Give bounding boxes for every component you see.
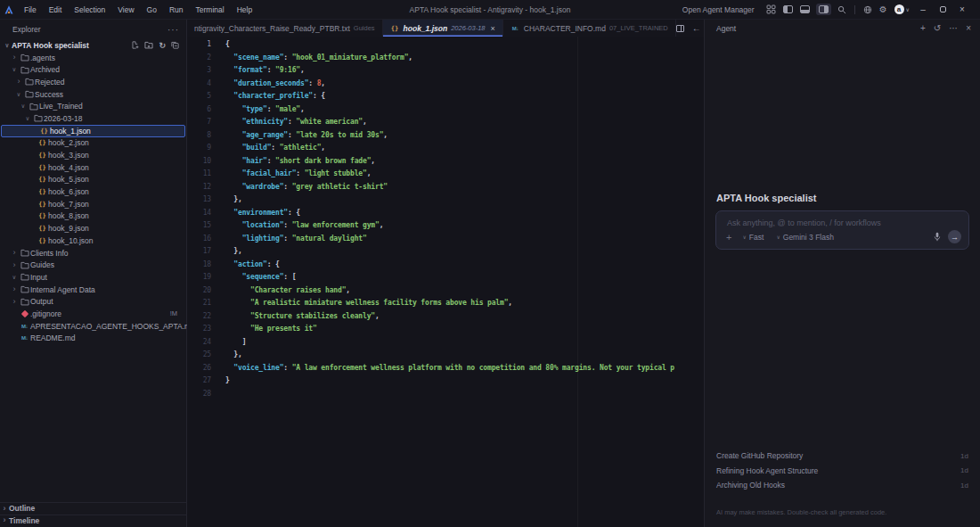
- toggle-secondary-sidebar-icon[interactable]: [816, 4, 831, 15]
- explorer-more-icon[interactable]: ···: [167, 25, 179, 35]
- send-icon[interactable]: →: [948, 230, 961, 243]
- tab-close-icon[interactable]: ×: [491, 24, 495, 33]
- history-item[interactable]: Create GitHub Repository1d: [716, 449, 968, 464]
- tree-item[interactable]: ∨Live_Trained: [0, 100, 186, 112]
- tree-item[interactable]: {}hook_8.json: [0, 210, 186, 223]
- folder-icon: [32, 114, 44, 122]
- history-icon[interactable]: ↺: [934, 24, 941, 33]
- model-selector[interactable]: ∨ Gemini 3 Flash: [774, 233, 834, 242]
- tree-item[interactable]: ›Internal Agent Data: [0, 284, 186, 296]
- code-line: 10 "hair": "short dark brown fade",: [187, 155, 704, 169]
- attach-plus-icon[interactable]: +: [726, 232, 731, 243]
- sidebar-section-timeline[interactable]: ›Timeline: [0, 515, 186, 527]
- tree-item[interactable]: {}hook_7.json: [0, 198, 186, 210]
- tree-item[interactable]: ∨Input: [0, 271, 186, 284]
- tree-item[interactable]: {}hook_3.json: [0, 149, 186, 161]
- code-editor[interactable]: 1{2 "scene_name": "hook_01_miniature_pla…: [187, 37, 704, 527]
- tree-item[interactable]: {}hook_10.json: [0, 235, 186, 247]
- code-line: 1{: [187, 38, 704, 52]
- code-line: 26 "voice_line": "A law enforcement well…: [187, 362, 704, 375]
- account-avatar[interactable]: a∨: [894, 4, 910, 14]
- tree-item[interactable]: ›Clients Info: [0, 247, 186, 259]
- editor-group: ntigravity_Characters_Raise_Ready_PTBR.t…: [187, 20, 704, 527]
- menu-edit[interactable]: Edit: [43, 5, 69, 14]
- gear-icon[interactable]: ⚙: [879, 5, 887, 14]
- minimize-button[interactable]: –: [913, 4, 933, 14]
- editor-tab[interactable]: ntigravity_Characters_Raise_Ready_PTBR.t…: [187, 20, 383, 37]
- tree-item-label: hook_10.json: [48, 236, 94, 245]
- tree-item[interactable]: ›.agents: [0, 52, 186, 64]
- tree-item[interactable]: .gitignore!M: [0, 308, 186, 320]
- new-folder-icon[interactable]: [144, 41, 153, 49]
- menu-bar: FileEditSelectionViewGoRunTerminalHelp: [18, 5, 258, 14]
- chat-input[interactable]: Ask anything, @ to mention, / for workfl…: [715, 210, 969, 250]
- editor-tab[interactable]: {}hook_1.json2026-03-18×: [383, 20, 503, 37]
- chevron-down-icon: ∨: [10, 274, 19, 281]
- agent-more-icon[interactable]: ⋯: [949, 24, 958, 33]
- chat-input-placeholder: Ask anything, @ to mention, / for workfl…: [727, 218, 881, 227]
- tree-item[interactable]: M↓README.md: [0, 333, 186, 345]
- tree-item[interactable]: ›Guides: [0, 259, 186, 271]
- menu-view[interactable]: View: [111, 5, 140, 14]
- tree-item[interactable]: ∨Archived: [0, 63, 186, 76]
- code-line: 19 "sequence": [: [187, 271, 704, 284]
- menu-run[interactable]: Run: [163, 5, 190, 14]
- sidebar-section-outline[interactable]: ›Outline: [0, 502, 186, 515]
- new-file-icon[interactable]: [131, 41, 139, 49]
- tree-root-folder[interactable]: ∨ APTA Hook specialist ↻: [0, 39, 186, 52]
- chevron-right-icon: ›: [10, 298, 19, 306]
- tab-bar: ntigravity_Characters_Raise_Ready_PTBR.t…: [187, 20, 704, 37]
- split-editor-icon[interactable]: [676, 25, 684, 32]
- collapse-all-icon[interactable]: [171, 41, 179, 49]
- close-button[interactable]: ×: [952, 4, 972, 14]
- menu-selection[interactable]: Selection: [68, 5, 111, 14]
- menu-help[interactable]: Help: [231, 5, 258, 14]
- folder-icon: [19, 298, 30, 306]
- tree-item[interactable]: M↓APRESENTACAO_AGENTE_HOOKS_APTA.md: [0, 320, 186, 333]
- search-icon[interactable]: [837, 5, 846, 14]
- tree-item-label: hook_6.json: [48, 187, 89, 196]
- tree-item[interactable]: ∨2026-03-18: [0, 112, 186, 125]
- toggle-sidebar-icon[interactable]: [783, 5, 793, 13]
- new-chat-icon[interactable]: +: [920, 24, 926, 33]
- json-file-icon: {}: [37, 212, 48, 219]
- tree-item[interactable]: {}hook_5.json: [0, 174, 186, 186]
- history-item[interactable]: Archiving Old Hooks1d: [716, 478, 968, 493]
- menu-go[interactable]: Go: [141, 5, 163, 14]
- tree-item[interactable]: ∨Success: [0, 88, 186, 101]
- tree-item[interactable]: {}hook_2.json: [0, 137, 186, 150]
- go-back-icon[interactable]: ←: [692, 23, 701, 33]
- history-item-time: 1d: [960, 452, 968, 460]
- folder-icon: [19, 261, 30, 269]
- history-item[interactable]: Refining Hook Agent Structure1d: [716, 464, 968, 479]
- tree-item[interactable]: ›Rejected: [0, 76, 186, 88]
- json-file-icon: {}: [37, 139, 48, 146]
- tree-item-label: hook_3.json: [48, 151, 89, 160]
- toggle-panel-icon[interactable]: [800, 5, 810, 13]
- tree-item[interactable]: ›Output: [0, 295, 186, 308]
- tab-label: hook_1.json: [404, 24, 448, 33]
- menu-terminal[interactable]: Terminal: [190, 5, 231, 14]
- agent-manager-grid-icon[interactable]: [766, 4, 776, 14]
- editor-tab[interactable]: M↓CHARACTER_INFO.md07_LIVE_TRAINED: [503, 20, 676, 37]
- menu-file[interactable]: File: [18, 5, 43, 14]
- tab-label: ntigravity_Characters_Raise_Ready_PTBR.t…: [194, 24, 350, 33]
- agent-close-icon[interactable]: ×: [966, 24, 971, 33]
- code-line: 11 "facial_hair": "light stubble",: [187, 168, 704, 181]
- chevron-down-icon: ∨: [3, 42, 12, 49]
- chevron-down-icon: ∨: [19, 103, 28, 110]
- tree-item-label: hook_8.json: [48, 211, 89, 220]
- globe-icon[interactable]: [863, 5, 872, 14]
- microphone-icon[interactable]: [934, 232, 941, 242]
- restore-button[interactable]: [933, 4, 952, 14]
- json-file-icon: {}: [38, 128, 50, 135]
- markdown-file-icon: M↓: [510, 26, 520, 31]
- mode-selector[interactable]: ∨ Fast: [740, 233, 764, 242]
- tree-item[interactable]: {}hook_6.json: [0, 185, 186, 198]
- tree-item[interactable]: {}hook_4.json: [0, 161, 186, 174]
- refresh-icon[interactable]: ↻: [159, 41, 166, 50]
- tree-item-label: Rejected: [35, 78, 65, 86]
- tree-item[interactable]: {}hook_1.json: [1, 125, 185, 137]
- open-agent-manager-button[interactable]: Open Agent Manager: [682, 5, 755, 14]
- tree-item[interactable]: {}hook_9.json: [0, 222, 186, 235]
